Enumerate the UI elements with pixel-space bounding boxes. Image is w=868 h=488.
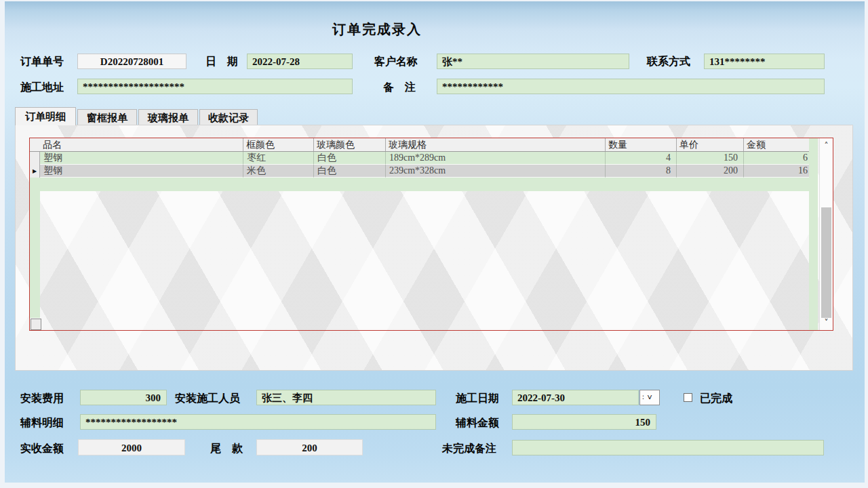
focus-dots: ∶ bbox=[642, 390, 644, 405]
address-input[interactable]: ******************** bbox=[77, 79, 353, 94]
col-header-frame-color: 框颜色 bbox=[243, 138, 313, 151]
date-label: 日 期 bbox=[205, 55, 238, 69]
install-fee-input[interactable]: 300 bbox=[80, 390, 167, 405]
grid-corner-box bbox=[31, 319, 41, 330]
completed-label: 已完成 bbox=[700, 392, 732, 406]
incomplete-note-label: 未完成备注 bbox=[442, 442, 496, 456]
incomplete-note-input[interactable] bbox=[512, 440, 824, 455]
date-input[interactable]: 2022-07-28 bbox=[247, 54, 353, 69]
grid-header-row: 品名 框颜色 玻璃颜色 玻璃规格 数量 单价 金额 bbox=[30, 138, 810, 152]
received-amount-label: 实收金额 bbox=[20, 442, 64, 456]
work-date-input[interactable]: 2022-07-30 bbox=[512, 390, 639, 405]
cell-glass-spec[interactable]: 189cm*289cm bbox=[385, 152, 605, 165]
grid-selector-header bbox=[30, 138, 40, 151]
cell-unit-price[interactable]: 150 bbox=[676, 152, 743, 165]
page-title: 订单完成录入 bbox=[201, 20, 553, 39]
order-no-input[interactable]: D20220728001 bbox=[77, 54, 186, 69]
cell-product-name[interactable]: 塑钢 bbox=[40, 152, 243, 165]
cell-product-name[interactable]: 塑钢 bbox=[40, 165, 243, 178]
scroll-down-icon[interactable]: ˅ bbox=[820, 317, 833, 329]
material-detail-input[interactable]: ****************** bbox=[80, 414, 436, 430]
cell-unit-price[interactable]: 200 bbox=[676, 165, 743, 178]
material-amount-input[interactable]: 150 bbox=[512, 414, 656, 430]
scroll-up-icon[interactable]: ˄ bbox=[820, 140, 833, 152]
material-amount-label: 辅料金额 bbox=[456, 416, 499, 430]
chevron-down-icon: ˅ bbox=[647, 392, 652, 403]
row-selector-cell[interactable]: ▶ bbox=[30, 165, 40, 178]
tab-order-detail[interactable]: 订单明细 bbox=[15, 107, 76, 125]
install-workers-label: 安装施工人员 bbox=[175, 392, 240, 406]
grid-empty-row[interactable] bbox=[30, 178, 810, 191]
grid-selector-column bbox=[30, 191, 40, 318]
cell-quantity[interactable]: 8 bbox=[605, 165, 676, 178]
order-no-label: 订单单号 bbox=[20, 55, 64, 69]
screen: 订单完成录入 订单单号 D20220728001 日 期 2022-07-28 … bbox=[0, 0, 868, 488]
customer-name-label: 客户名称 bbox=[374, 55, 418, 69]
col-header-quantity: 数量 bbox=[605, 138, 676, 151]
order-detail-grid: 品名 框颜色 玻璃颜色 玻璃规格 数量 单价 金额 塑钢 枣红 白色 189cm… bbox=[29, 138, 833, 331]
install-fee-label: 安装费用 bbox=[20, 392, 64, 406]
col-header-unit-price: 单价 bbox=[676, 138, 743, 151]
col-header-glass-spec: 玻璃规格 bbox=[385, 138, 605, 151]
current-row-pointer-icon: ▶ bbox=[33, 168, 37, 174]
cell-frame-color[interactable]: 米色 bbox=[243, 165, 313, 178]
cell-frame-color[interactable]: 枣红 bbox=[243, 152, 313, 165]
install-workers-input[interactable]: 张三、李四 bbox=[256, 390, 436, 405]
cell-glass-color[interactable]: 白色 bbox=[313, 165, 385, 178]
contact-input[interactable]: 131******** bbox=[704, 54, 825, 69]
balance-label: 尾 款 bbox=[210, 442, 243, 456]
balance-input[interactable]: 200 bbox=[256, 439, 363, 455]
col-header-amount: 金额 bbox=[743, 138, 810, 151]
cell-glass-spec[interactable]: 239cm*328cm bbox=[385, 165, 605, 178]
address-label: 施工地址 bbox=[20, 81, 64, 95]
date-picker-dropdown-button[interactable]: ∶˅ bbox=[639, 390, 660, 405]
grid-right-filler bbox=[809, 138, 818, 330]
scrollbar-thumb[interactable] bbox=[821, 207, 831, 318]
received-amount-input[interactable]: 2000 bbox=[78, 439, 185, 455]
table-row-selected[interactable]: ▶ 塑钢 米色 白色 239cm*328cm 8 200 16 bbox=[30, 165, 810, 178]
row-selector-cell[interactable] bbox=[30, 152, 40, 165]
col-header-glass-color: 玻璃颜色 bbox=[313, 138, 385, 151]
cell-amount[interactable]: 16 bbox=[743, 165, 810, 178]
cell-amount[interactable]: 6 bbox=[743, 152, 810, 165]
cell-glass-color[interactable]: 白色 bbox=[313, 152, 385, 165]
tab-glass-quote[interactable]: 玻璃报单 bbox=[138, 109, 198, 125]
work-date-label: 施工日期 bbox=[456, 392, 499, 406]
contact-label: 联系方式 bbox=[647, 55, 690, 69]
material-detail-label: 辅料明细 bbox=[20, 416, 64, 430]
cell-quantity[interactable]: 4 bbox=[605, 152, 676, 165]
completed-checkbox[interactable] bbox=[684, 393, 692, 402]
vertical-scrollbar[interactable]: ˄ ˅ bbox=[819, 138, 833, 330]
tab-payment-record[interactable]: 收款记录 bbox=[199, 109, 258, 125]
table-row[interactable]: 塑钢 枣红 白色 189cm*289cm 4 150 6 bbox=[30, 152, 810, 165]
tab-frame-quote[interactable]: 窗框报单 bbox=[77, 109, 137, 125]
customer-name-input[interactable]: 张** bbox=[437, 54, 629, 69]
col-header-product-name: 品名 bbox=[40, 138, 243, 151]
remark-input[interactable]: ************ bbox=[437, 79, 825, 94]
remark-label: 备 注 bbox=[383, 81, 416, 95]
